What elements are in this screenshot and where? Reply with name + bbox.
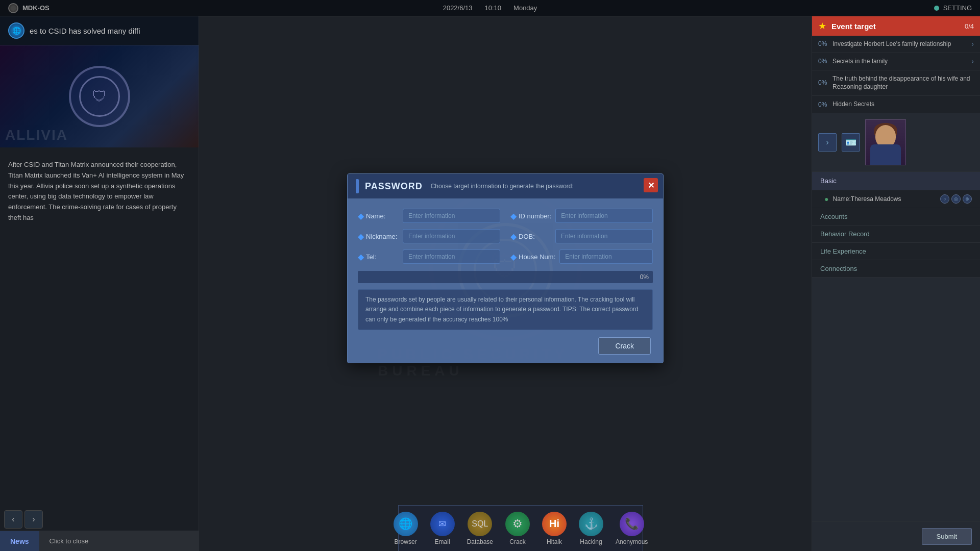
- event-item-0[interactable]: 0% Investigate Herbert Lee's family rela…: [812, 36, 980, 53]
- news-body: After CSID and Titan Matrix announced th…: [0, 152, 199, 508]
- submit-button[interactable]: Submit: [922, 528, 972, 545]
- bullet-nickname: ◆: [358, 232, 364, 241]
- event-item-3: 0% Hidden Secrets: [812, 96, 980, 113]
- event-pct-0: 0%: [818, 40, 832, 47]
- name-icon-circle3[interactable]: ⊗: [963, 194, 972, 204]
- event-item-1[interactable]: 0% Secrets in the family ›: [812, 53, 980, 70]
- news-nav: [0, 147, 199, 152]
- progress-bar-container: 0%: [358, 271, 653, 283]
- modal-tip-text: The passwords set by people are usually …: [365, 296, 639, 322]
- profile-tab-behavior-label: Behavior Record: [820, 230, 870, 238]
- news-body-text: After CSID and Titan Matrix announced th…: [8, 160, 190, 223]
- label-nickname: ◆ Nickname:: [358, 232, 399, 241]
- modal-header: PASSWORD Choose target information to ge…: [348, 174, 663, 198]
- input-house[interactable]: [559, 249, 653, 264]
- input-tel[interactable]: [403, 249, 500, 264]
- event-item-2: 0% The truth behind the disappearance of…: [812, 70, 980, 96]
- password-modal: PASSWORD Choose target information to ge…: [347, 173, 664, 363]
- form-grid: ◆ Name: ◆ ID number:: [358, 209, 653, 264]
- name-icon-circle2[interactable]: ◎: [951, 194, 961, 204]
- event-target-count: 0/4: [965, 22, 974, 30]
- label-house: ◆ House Num:: [510, 252, 555, 262]
- profile-tab-life[interactable]: Life Experience: [812, 243, 980, 260]
- settings-label[interactable]: SETTING: [943, 4, 972, 12]
- form-row-dob: ◆ DOB:: [510, 229, 653, 243]
- profile-tab-life-label: Life Experience: [820, 247, 866, 255]
- bullet-house: ◆: [510, 252, 517, 262]
- label-tel: ◆ Tel:: [358, 252, 399, 262]
- submit-area: Submit: [812, 521, 980, 551]
- news-emblem: 🛡: [69, 66, 130, 127]
- modal-body: 🛡 ◆ Name:: [348, 198, 663, 363]
- profile-tab-behavior[interactable]: Behavior Record: [812, 226, 980, 243]
- event-text-0: Investigate Herbert Lee's family relatio…: [832, 40, 971, 48]
- form-row-nickname: ◆ Nickname:: [358, 229, 500, 243]
- form-row-name: ◆ Name:: [358, 209, 500, 223]
- avatar-body: [870, 144, 901, 165]
- profile-avatar: Theresa Meadows: [865, 119, 906, 165]
- event-arrow-1: ›: [971, 57, 974, 65]
- profile-card-icon[interactable]: 🪪: [842, 133, 860, 152]
- form-row-tel: ◆ Tel:: [358, 249, 500, 264]
- main-content: 🌐 es to CSID has solved many diffi 🛡 ALL…: [0, 16, 980, 551]
- news-ticker-text: es to CSID has solved many diffi: [30, 27, 140, 35]
- profile-section: › 🪪 Theresa Meadows Basic ●: [812, 113, 980, 551]
- profile-name-tag: Theresa Meadows: [905, 120, 906, 165]
- topbar-left: MDK-OS: [8, 3, 50, 13]
- topbar-day: Monday: [513, 4, 537, 12]
- topbar-right[interactable]: SETTING: [934, 4, 972, 12]
- right-panel: ★ Event target 0/4 0% Investigate Herber…: [812, 16, 980, 551]
- modal-tip: The passwords set by people are usually …: [358, 289, 653, 330]
- modal-close-button[interactable]: ✕: [644, 178, 658, 192]
- topbar-date: 2022/6/13: [443, 4, 473, 12]
- center-area: 🛡 PUBLIC SECURITY BUREAU PASSWORD Choose…: [199, 16, 812, 551]
- event-text-2: The truth behind the disappearance of hi…: [832, 74, 974, 92]
- name-icons: ○ ◎ ⊗: [940, 194, 972, 204]
- event-pct-3: 0%: [818, 101, 832, 108]
- crack-button[interactable]: Crack: [598, 337, 651, 355]
- profile-tab-basic[interactable]: Basic: [812, 172, 980, 190]
- label-dob: ◆ DOB:: [510, 232, 551, 241]
- input-dob[interactable]: [555, 229, 653, 243]
- news-watermark: ALLIVIA: [5, 127, 68, 143]
- form-row-id: ◆ ID number:: [510, 209, 653, 223]
- event-arrow-0: ›: [971, 40, 974, 48]
- news-image: 🛡 ALLIVIA: [0, 45, 199, 147]
- profile-tab-accounts-label: Accounts: [820, 213, 847, 220]
- label-id: ◆ ID number:: [510, 211, 551, 221]
- profile-tab-connections[interactable]: Connections: [812, 260, 980, 278]
- news-prev-arrow[interactable]: ‹: [4, 510, 22, 529]
- input-id[interactable]: [555, 209, 653, 223]
- event-target-title: Event target: [831, 22, 960, 31]
- profile-name-field: Name:Theresa Meadows: [832, 195, 936, 203]
- modal-overlay: PASSWORD Choose target information to ge…: [199, 16, 812, 551]
- event-pct-2: 0%: [818, 79, 832, 86]
- modal-accent-bar: [356, 179, 359, 193]
- settings-dot-icon: [934, 6, 939, 11]
- profile-tab-accounts[interactable]: Accounts: [812, 208, 980, 226]
- event-text-3: Hidden Secrets: [832, 100, 974, 109]
- modal-title: PASSWORD: [365, 181, 423, 192]
- profile-tab-basic-label: Basic: [820, 177, 837, 185]
- bullet-tel: ◆: [358, 252, 364, 262]
- star-icon: ★: [818, 20, 826, 32]
- topbar: MDK-OS 2022/6/13 10:10 Monday SETTING: [0, 0, 980, 16]
- news-next-arrow[interactable]: ›: [24, 510, 43, 529]
- news-emblem-inner: 🛡: [79, 76, 120, 117]
- profile-header: › 🪪 Theresa Meadows: [812, 113, 980, 172]
- profile-name-row: ● Name:Theresa Meadows ○ ◎ ⊗: [812, 190, 980, 208]
- news-ticker: 🌐 es to CSID has solved many diffi: [0, 16, 199, 45]
- bullet-name: ◆: [358, 211, 364, 221]
- news-close-button[interactable]: Click to close: [39, 531, 199, 551]
- input-nickname[interactable]: [403, 229, 500, 243]
- profile-expand-button[interactable]: ›: [818, 133, 837, 152]
- name-dot-icon: ●: [824, 195, 828, 203]
- name-icon-circle1[interactable]: ○: [940, 194, 949, 204]
- os-title: MDK-OS: [22, 4, 50, 12]
- os-logo: [8, 3, 18, 13]
- news-label: News: [0, 531, 39, 551]
- modal-footer: Crack: [358, 337, 653, 355]
- bullet-id: ◆: [510, 211, 517, 221]
- input-name[interactable]: [403, 209, 500, 223]
- event-text-1: Secrets in the family: [832, 57, 971, 66]
